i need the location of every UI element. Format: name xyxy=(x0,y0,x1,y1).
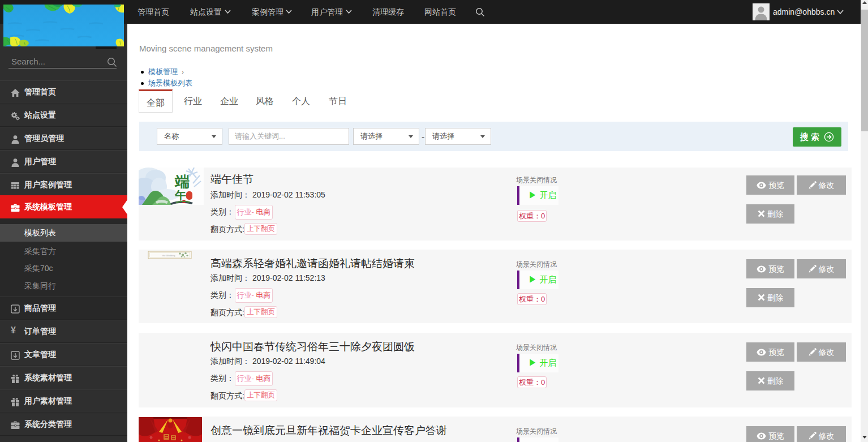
svg-text:the Wedding: the Wedding xyxy=(162,254,175,257)
svg-text:端: 端 xyxy=(174,174,190,190)
svg-text:午: 午 xyxy=(174,189,186,201)
